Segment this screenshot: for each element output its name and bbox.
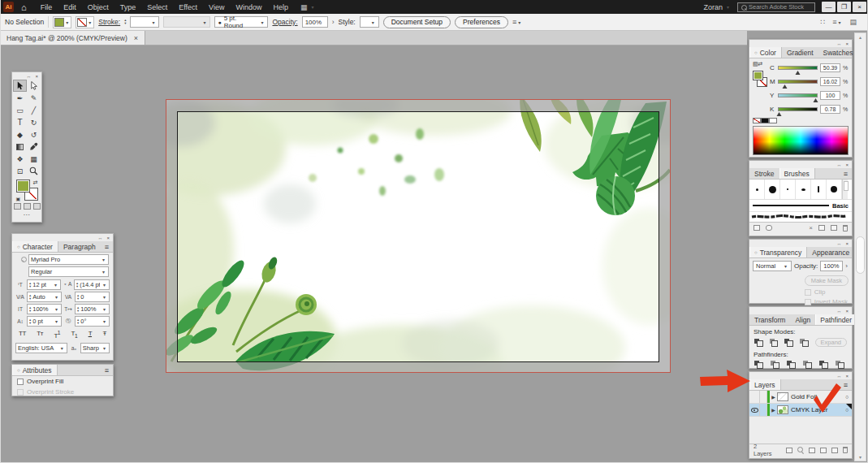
magenta-slider[interactable]	[778, 80, 818, 84]
lock-toggle[interactable]	[760, 404, 767, 416]
minus-front-button[interactable]	[770, 339, 779, 347]
opacity-value-field[interactable]: 100%	[302, 16, 328, 28]
superscript-button[interactable]: T1	[54, 330, 60, 340]
layer-thumbnail[interactable]	[777, 392, 788, 401]
tab-brushes[interactable]: Brushes	[779, 168, 815, 179]
delete-layer-icon[interactable]	[843, 447, 848, 453]
overprint-fill-row[interactable]: Overprint Fill	[12, 376, 113, 387]
scrollbar-thumb[interactable]	[856, 236, 865, 274]
panel-close-icon[interactable]: ×	[845, 374, 849, 379]
align-options-icon[interactable]: ≡▾	[512, 18, 522, 26]
user-account-dropdown[interactable]: Zoran▾	[703, 3, 731, 11]
menu-window[interactable]: Window	[230, 3, 267, 11]
brush-libraries-icon[interactable]	[754, 225, 760, 231]
brush-item-basic[interactable]: Basic	[749, 200, 852, 212]
anti-aliasing-dropdown[interactable]: Sharp▾	[80, 343, 110, 353]
curvature-tool[interactable]: ✎	[27, 92, 41, 104]
locate-object-icon[interactable]	[797, 447, 804, 453]
vertical-scale-field[interactable]: ▴▾100%▾	[27, 304, 62, 314]
tab-appearance[interactable]: Appearance	[807, 247, 854, 257]
direct-selection-tool[interactable]	[27, 80, 41, 92]
symbol-sprayer-tool[interactable]: ❖	[13, 153, 27, 165]
opacity-more-icon[interactable]: ›	[332, 18, 335, 26]
style-dropdown[interactable]: ▾	[360, 16, 379, 28]
close-button[interactable]: ×	[853, 2, 866, 12]
brush-item[interactable]	[765, 180, 780, 199]
white-swatch[interactable]	[769, 118, 777, 123]
search-adobe-stock-input[interactable]: Search Adobe Stock	[737, 2, 815, 12]
panel-close-icon[interactable]: ×	[35, 74, 38, 79]
blend-mode-dropdown[interactable]: Normal▾	[753, 261, 792, 271]
color-spectrum[interactable]	[753, 126, 849, 155]
scroll-up-icon[interactable]: ▴	[855, 34, 866, 40]
tab-layers[interactable]: Layers	[749, 379, 781, 390]
brush-item-charcoal[interactable]	[749, 212, 852, 222]
brush-item[interactable]	[749, 180, 765, 199]
zoom-tool[interactable]	[27, 165, 41, 177]
tab-align[interactable]: Align	[790, 314, 815, 325]
lock-toggle[interactable]	[760, 391, 767, 403]
restore-button[interactable]: ❐	[837, 2, 851, 12]
gradient-tool[interactable]	[13, 141, 27, 153]
transparency-opacity-field[interactable]: 100%	[820, 261, 843, 271]
edit-toolbar-icon[interactable]: ⋯	[12, 211, 41, 219]
illustrator-app-icon[interactable]: Ai	[3, 2, 14, 12]
visibility-toggle[interactable]	[749, 404, 760, 416]
scroll-down-icon[interactable]: ▾	[855, 454, 866, 460]
home-icon[interactable]: ⌂	[21, 2, 27, 12]
yellow-value-field[interactable]: 100	[820, 91, 840, 100]
layer-row-gold-foil[interactable]: ▶ Gold Foil ○	[749, 391, 852, 404]
new-brush-icon[interactable]	[831, 225, 837, 231]
brush-item[interactable]	[827, 180, 842, 199]
eyedropper-tool[interactable]	[27, 141, 41, 153]
panel-collapse-icon[interactable]: ↔	[836, 309, 841, 314]
preferences-button[interactable]: Preferences	[455, 16, 508, 28]
tab-stroke[interactable]: Stroke	[749, 168, 779, 179]
menu-help[interactable]: Help	[267, 3, 294, 11]
pen-tool[interactable]: ✒	[13, 92, 27, 104]
dock-scrollbar[interactable]: ▴ ▾	[854, 32, 866, 461]
brush-item[interactable]	[796, 180, 811, 199]
fill-proxy-swatch[interactable]	[753, 71, 763, 80]
document-setup-button[interactable]: Document Setup	[383, 16, 451, 28]
fill-color-swatch[interactable]	[16, 180, 30, 193]
baseline-shift-field[interactable]: ▴▾0 pt▾	[27, 316, 62, 327]
divide-button[interactable]	[754, 361, 763, 369]
panel-menu-icon[interactable]: ▤	[849, 18, 857, 26]
tab-gradient[interactable]: Gradient	[782, 47, 818, 58]
reflect-tool[interactable]: ↺	[27, 128, 41, 141]
remove-brush-stroke-icon[interactable]: ×	[809, 224, 813, 232]
panel-collapse-icon[interactable]: ↔	[97, 236, 102, 240]
subscript-button[interactable]: T1	[71, 330, 78, 340]
panel-close-icon[interactable]: ×	[845, 162, 849, 167]
libraries-panel-icon[interactable]	[766, 225, 772, 231]
none-swatch[interactable]	[753, 118, 761, 123]
brushes-scrollbar[interactable]	[842, 180, 848, 199]
menu-file[interactable]: File	[35, 3, 58, 11]
leading-field[interactable]: ▴▾(14.4 pt)▾	[74, 279, 110, 290]
menu-object[interactable]: Object	[82, 3, 114, 11]
yellow-slider[interactable]	[778, 93, 818, 97]
brush-item[interactable]	[811, 180, 827, 199]
minimize-button[interactable]: —	[822, 2, 836, 12]
visibility-toggle[interactable]	[749, 391, 760, 403]
panel-close-icon[interactable]: ×	[845, 241, 849, 246]
swap-fill-stroke-icon[interactable]: ⇄	[33, 180, 38, 186]
exclude-button[interactable]	[800, 339, 809, 347]
panel-collapse-icon[interactable]: ↔	[836, 41, 841, 46]
stroke-color-dropdown[interactable]: ▾	[76, 16, 94, 28]
panel-close-icon[interactable]: ×	[845, 41, 849, 46]
brush-options-icon[interactable]	[818, 225, 825, 231]
fill-stroke-control[interactable]: ⇄ ▣	[16, 180, 38, 201]
character-rotation-field[interactable]: ▴▾0°▾	[75, 316, 110, 327]
trim-button[interactable]	[771, 361, 779, 369]
stroke-panel-link[interactable]: Stroke:	[98, 18, 120, 26]
stroke-weight-dropdown[interactable]: ▾	[130, 16, 159, 28]
horizontal-scale-field[interactable]: ▴▾100%▾	[75, 304, 110, 314]
panel-collapse-icon[interactable]: ↔	[836, 162, 841, 167]
menu-type[interactable]: Type	[114, 3, 142, 11]
line-segment-tool[interactable]: ╱	[27, 104, 41, 116]
black-value-field[interactable]: 0.78	[820, 105, 840, 114]
brush-definition-dropdown[interactable]: ●5 pt. Round▾	[214, 16, 268, 28]
collect-for-export-icon[interactable]	[786, 448, 792, 453]
